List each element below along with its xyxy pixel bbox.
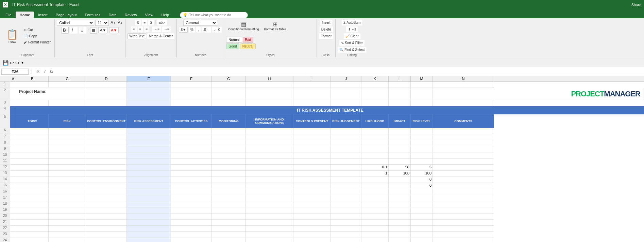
cell-k14[interactable] bbox=[361, 177, 389, 183]
header-risk[interactable]: RISK bbox=[49, 114, 86, 128]
cell-f15[interactable] bbox=[171, 183, 212, 189]
cell-f23[interactable] bbox=[171, 232, 212, 238]
template-title-cell[interactable]: IT RISK ASSESSMENT TEMPLATE bbox=[16, 106, 644, 114]
cell-e21[interactable] bbox=[127, 220, 171, 226]
cell-e22[interactable] bbox=[127, 226, 171, 232]
cell-h21[interactable] bbox=[246, 220, 293, 226]
cell-e3[interactable] bbox=[127, 100, 171, 106]
cell-h17[interactable] bbox=[246, 195, 293, 201]
cell-n18[interactable] bbox=[433, 201, 494, 207]
cell-h10[interactable] bbox=[246, 152, 293, 159]
cell-m8[interactable] bbox=[411, 140, 433, 146]
header-likelihood[interactable]: LIKELIHOOD bbox=[361, 114, 389, 128]
cell-i10[interactable] bbox=[293, 152, 331, 159]
cell-k13[interactable]: 1 bbox=[361, 171, 389, 177]
cell-c3[interactable] bbox=[49, 100, 86, 106]
cell-n1[interactable] bbox=[433, 82, 494, 88]
cell-n23[interactable] bbox=[433, 232, 494, 238]
style-neutral[interactable]: Neutral bbox=[240, 43, 256, 49]
cell-m18[interactable] bbox=[411, 201, 433, 207]
cell-e19[interactable] bbox=[127, 207, 171, 213]
cell-e1[interactable] bbox=[127, 82, 171, 88]
cell-b10[interactable] bbox=[16, 152, 49, 159]
cell-g1[interactable] bbox=[212, 82, 246, 88]
col-header-n[interactable]: N bbox=[433, 76, 494, 81]
cell-n13[interactable] bbox=[433, 171, 494, 177]
align-center-button[interactable]: ≡ bbox=[138, 26, 143, 32]
cell-g14[interactable] bbox=[212, 177, 246, 183]
cell-a4[interactable] bbox=[10, 106, 16, 114]
cell-l7[interactable] bbox=[389, 134, 411, 140]
col-header-f[interactable]: F bbox=[171, 76, 212, 81]
cell-reference-box[interactable] bbox=[1, 69, 29, 75]
tab-review[interactable]: Review bbox=[121, 12, 141, 18]
cell-n2[interactable]: PROJECTMANAGER bbox=[433, 88, 644, 100]
cell-n7[interactable] bbox=[433, 134, 494, 140]
cell-a8[interactable] bbox=[10, 140, 16, 146]
header-impact[interactable]: IMPACT bbox=[389, 114, 411, 128]
cell-g23[interactable] bbox=[212, 232, 246, 238]
cell-j18[interactable] bbox=[331, 201, 361, 207]
cell-a2[interactable] bbox=[10, 88, 16, 100]
cell-a23[interactable] bbox=[10, 232, 16, 238]
cell-k21[interactable] bbox=[361, 220, 389, 226]
cell-c7[interactable] bbox=[49, 134, 86, 140]
cell-a22[interactable] bbox=[10, 226, 16, 232]
cell-d23[interactable] bbox=[86, 232, 127, 238]
font-size-select[interactable]: 11 bbox=[95, 20, 109, 26]
cell-a10[interactable] bbox=[10, 152, 16, 159]
cell-j9[interactable] bbox=[331, 146, 361, 152]
cell-d11[interactable] bbox=[86, 159, 127, 165]
cell-i22[interactable] bbox=[293, 226, 331, 232]
cell-a20[interactable] bbox=[10, 213, 16, 220]
cell-l21[interactable] bbox=[389, 220, 411, 226]
cell-j23[interactable] bbox=[331, 232, 361, 238]
cell-l17[interactable] bbox=[389, 195, 411, 201]
align-right-button[interactable]: ≡ bbox=[144, 26, 149, 32]
cell-m13[interactable]: 100 bbox=[411, 171, 433, 177]
cell-a13[interactable] bbox=[10, 171, 16, 177]
decrease-decimal-button[interactable]: .0← bbox=[202, 27, 211, 33]
cell-i16[interactable] bbox=[293, 189, 331, 195]
bold-button[interactable]: B bbox=[61, 27, 69, 34]
cell-e15[interactable] bbox=[127, 183, 171, 189]
cell-e10[interactable] bbox=[127, 152, 171, 159]
col-header-d[interactable]: D bbox=[86, 76, 127, 81]
cell-e6[interactable] bbox=[127, 128, 171, 134]
cell-l22[interactable] bbox=[389, 226, 411, 232]
cell-e9[interactable] bbox=[127, 146, 171, 152]
cell-f13[interactable] bbox=[171, 171, 212, 177]
cell-j20[interactable] bbox=[331, 213, 361, 220]
cell-j14[interactable] bbox=[331, 177, 361, 183]
cell-j15[interactable] bbox=[331, 183, 361, 189]
cell-n21[interactable] bbox=[433, 220, 494, 226]
share-button[interactable]: Share bbox=[631, 3, 641, 7]
undo-button[interactable]: ↩ bbox=[10, 60, 14, 66]
tell-me-box[interactable]: 💡 Tell me what you want to do bbox=[180, 12, 248, 18]
cell-l18[interactable] bbox=[389, 201, 411, 207]
cell-a14[interactable] bbox=[10, 177, 16, 183]
cell-a15[interactable] bbox=[10, 183, 16, 189]
cell-m22[interactable] bbox=[411, 226, 433, 232]
cell-h14[interactable] bbox=[246, 177, 293, 183]
cell-n9[interactable] bbox=[433, 146, 494, 152]
cell-k18[interactable] bbox=[361, 201, 389, 207]
cell-b9[interactable] bbox=[16, 146, 49, 152]
col-header-j[interactable]: J bbox=[331, 76, 361, 81]
cell-j1[interactable] bbox=[331, 82, 361, 88]
cell-f7[interactable] bbox=[171, 134, 212, 140]
number-format-select[interactable]: General bbox=[183, 20, 217, 26]
cell-d20[interactable] bbox=[86, 213, 127, 220]
header-controls-present[interactable]: CONTROLS PRESENT bbox=[293, 114, 331, 128]
cell-d7[interactable] bbox=[86, 134, 127, 140]
cell-d21[interactable] bbox=[86, 220, 127, 226]
col-header-h[interactable]: H bbox=[246, 76, 293, 81]
cell-f14[interactable] bbox=[171, 177, 212, 183]
cell-j3[interactable] bbox=[331, 100, 361, 106]
cell-k8[interactable] bbox=[361, 140, 389, 146]
cell-m1[interactable] bbox=[411, 82, 433, 88]
insert-function-icon[interactable]: fx bbox=[49, 69, 54, 74]
cell-g13[interactable] bbox=[212, 171, 246, 177]
tab-file[interactable]: File bbox=[1, 12, 16, 18]
cell-a16[interactable] bbox=[10, 189, 16, 195]
